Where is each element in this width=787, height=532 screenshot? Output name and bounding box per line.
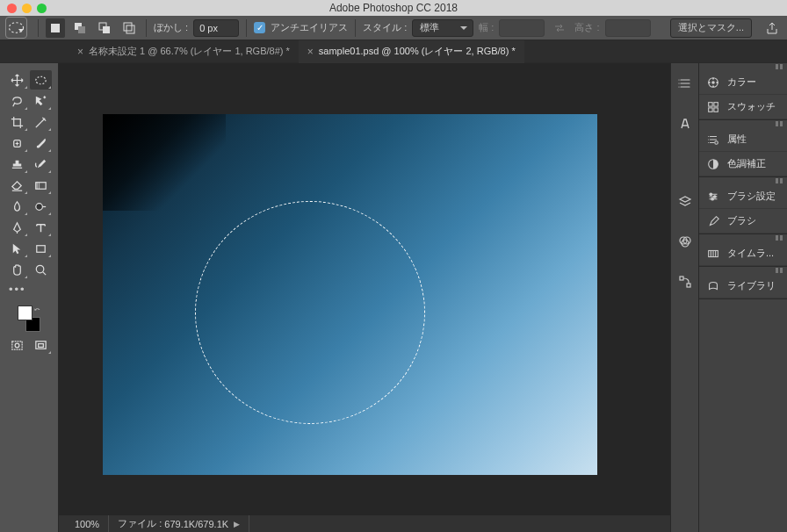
svg-rect-5 [103, 26, 110, 33]
width-label: 幅 : [479, 21, 494, 34]
brush-panel-tab[interactable]: ブラシ [699, 209, 787, 234]
ellipse-marquee-icon [6, 18, 26, 38]
share-button[interactable] [762, 18, 782, 38]
close-tab-icon[interactable]: × [77, 46, 83, 58]
properties-panel-tab[interactable]: 属性 [699, 127, 787, 152]
options-bar: ぼかし : 0 px アンチエイリアス スタイル : 標準 幅 : 高さ : 選… [0, 16, 787, 40]
svg-point-33 [711, 198, 714, 200]
screen-mode-button[interactable] [30, 335, 52, 355]
color-panel-tab[interactable]: カラー [699, 70, 787, 95]
adjustments-panel-tab[interactable]: 色調補正 [699, 152, 787, 176]
antialias-checkbox[interactable] [254, 22, 265, 33]
stamp-tool[interactable] [6, 155, 28, 174]
close-window-button[interactable] [7, 4, 17, 13]
svg-point-15 [15, 343, 19, 348]
svg-rect-1 [51, 24, 60, 32]
panel-menu[interactable] [699, 267, 787, 274]
file-info[interactable]: ファイル : 679.1K/679.1K▶ [109, 515, 249, 532]
minimize-window-button[interactable] [22, 4, 32, 13]
svg-point-8 [36, 76, 46, 84]
new-selection-button[interactable] [46, 18, 65, 38]
panel-menu[interactable] [699, 63, 787, 70]
panel-dock: カラー スウォッチ 属性 色調補正 ブラシ設定 ブラシ タイムラ... ライブラ… [699, 63, 787, 532]
svg-rect-6 [124, 23, 132, 31]
eraser-tool[interactable] [6, 176, 28, 195]
antialias-label: アンチエイリアス [271, 21, 348, 34]
svg-rect-25 [709, 102, 712, 105]
swatches-panel-tab[interactable]: スウォッチ [699, 95, 787, 119]
swap-colors-icon[interactable]: ⤺ [34, 306, 40, 313]
foreground-color[interactable] [18, 306, 32, 320]
lasso-tool[interactable] [6, 91, 28, 111]
svg-rect-27 [709, 107, 712, 111]
svg-rect-14 [12, 341, 22, 349]
image-content [103, 114, 226, 211]
type-tool[interactable] [30, 218, 52, 237]
svg-point-32 [713, 195, 716, 198]
layers-panel-icon[interactable] [675, 191, 695, 211]
blur-tool[interactable] [6, 197, 28, 216]
zoom-tool[interactable] [30, 260, 52, 279]
current-tool-indicator[interactable] [5, 17, 27, 39]
quickmask-button[interactable] [6, 335, 28, 355]
marquee-tool[interactable] [30, 70, 52, 90]
edit-toolbar-button[interactable]: ••• [4, 279, 54, 298]
subtract-selection-button[interactable] [95, 18, 114, 38]
title-bar: Adobe Photoshop CC 2018 [0, 0, 787, 16]
gradient-tool[interactable] [30, 176, 52, 195]
intersect-selection-button[interactable] [119, 18, 139, 38]
status-bar: 100% ファイル : 679.1K/679.1K▶ [59, 515, 670, 532]
quick-select-tool[interactable] [30, 91, 52, 111]
window-controls [0, 4, 47, 13]
panel-menu[interactable] [699, 177, 787, 184]
svg-point-29 [715, 140, 718, 144]
document-tab[interactable]: ×sample01.psd @ 100% (レイヤー 2, RGB/8) * [299, 40, 524, 63]
panel-menu[interactable] [699, 120, 787, 127]
svg-point-11 [36, 203, 43, 210]
hand-tool[interactable] [6, 260, 28, 279]
toolbox: ••• ⤺ [0, 63, 59, 532]
shape-tool[interactable] [30, 239, 52, 258]
timeline-panel-tab[interactable]: タイムラ... [699, 241, 787, 266]
close-tab-icon[interactable]: × [307, 46, 314, 58]
dodge-tool[interactable] [30, 197, 52, 216]
svg-rect-3 [78, 26, 85, 33]
svg-point-24 [711, 81, 715, 84]
select-and-mask-button[interactable]: 選択とマスク... [670, 18, 752, 38]
healing-tool[interactable] [6, 133, 28, 153]
color-swatches[interactable]: ⤺ [16, 306, 42, 332]
brush-settings-panel-tab[interactable]: ブラシ設定 [699, 184, 787, 209]
svg-rect-17 [39, 343, 44, 347]
workspace: ••• ⤺ 100% ファイル : 679.1K/679.1K▶ [0, 63, 787, 532]
panel-menu[interactable] [699, 234, 787, 241]
svg-point-31 [710, 193, 712, 196]
style-dropdown[interactable]: 標準 [412, 19, 473, 37]
eyedropper-tool[interactable] [30, 112, 52, 132]
history-panel-icon[interactable] [675, 74, 695, 93]
maximize-window-button[interactable] [37, 4, 47, 13]
library-panel-tab[interactable]: ライブラリ [699, 274, 787, 298]
svg-point-13 [36, 265, 44, 273]
feather-input[interactable]: 0 px [193, 19, 239, 37]
add-selection-button[interactable] [70, 18, 90, 38]
canvas-area[interactable]: 100% ファイル : 679.1K/679.1K▶ [59, 63, 670, 532]
svg-rect-21 [680, 277, 683, 280]
path-select-tool[interactable] [6, 239, 28, 258]
height-label: 高さ : [574, 21, 599, 34]
crop-tool[interactable] [6, 112, 28, 132]
svg-rect-7 [126, 25, 134, 33]
document-canvas[interactable] [103, 114, 597, 475]
svg-rect-26 [714, 102, 718, 105]
feather-label: ぼかし : [154, 21, 188, 34]
app-title: Adobe Photoshop CC 2018 [0, 2, 787, 14]
channels-panel-icon[interactable] [675, 232, 695, 251]
collapsed-panel-strip [670, 63, 699, 532]
zoom-display[interactable]: 100% [66, 515, 109, 532]
history-brush-tool[interactable] [30, 155, 52, 174]
document-tab[interactable]: ×名称未設定 1 @ 66.7% (レイヤー 1, RGB/8#) * [69, 40, 299, 63]
paths-panel-icon[interactable] [675, 272, 695, 291]
move-tool[interactable] [6, 70, 28, 90]
character-panel-icon[interactable] [675, 114, 695, 133]
brush-tool[interactable] [30, 133, 52, 153]
pen-tool[interactable] [6, 218, 28, 237]
